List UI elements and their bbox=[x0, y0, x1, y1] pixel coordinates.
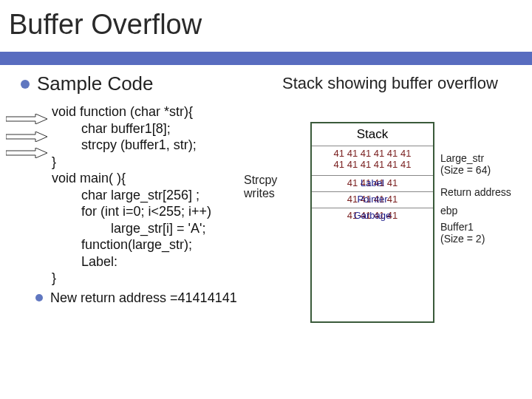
legend-large-str: Large_str (Size = 64) bbox=[440, 152, 491, 176]
right-heading: Stack showing buffer overflow bbox=[282, 74, 498, 93]
slide-content: Sample Code Stack showing buffer overflo… bbox=[0, 74, 532, 399]
stack-header: Stack bbox=[312, 123, 433, 146]
strcpy-writes-text: Strcpy writes bbox=[244, 174, 277, 200]
stack-bytes: 41 41 41 41 bbox=[347, 194, 398, 205]
left-heading-row: Sample Code bbox=[21, 72, 154, 95]
svg-marker-0 bbox=[6, 114, 47, 124]
strcpy-writes-label: Strcpy writes bbox=[244, 174, 277, 201]
stack-diagram: Stack 41 41 41 41 41 41 41 41 41 41 41 4… bbox=[310, 122, 434, 323]
svg-marker-2 bbox=[6, 148, 47, 158]
left-heading: Sample Code bbox=[37, 72, 154, 95]
legend-text: Buffer1 (Size = 2) bbox=[440, 221, 485, 245]
code-line: function(large_str); bbox=[52, 236, 296, 253]
stack-row-buffer1: 41 41 41 41 Garbage bbox=[312, 208, 433, 224]
code-line: void function (char *str){ bbox=[52, 103, 296, 120]
bullet-icon bbox=[21, 80, 30, 89]
legend-return-address: Return address bbox=[440, 186, 511, 198]
arrow-icon bbox=[6, 148, 47, 158]
stack-empty-space bbox=[312, 224, 433, 321]
code-block: void function (char *str){ char buffer1[… bbox=[52, 103, 296, 306]
stack-row-return-address: 41 41 41 41 Label bbox=[312, 175, 433, 191]
arrow-icon bbox=[6, 114, 47, 124]
legend-buffer1: Buffer1 (Size = 2) bbox=[440, 221, 485, 245]
stack-row-large-str: 41 41 41 41 41 41 41 41 41 41 41 41 bbox=[312, 146, 433, 175]
bullet-icon bbox=[35, 294, 43, 301]
note-text: New return address =41414141 bbox=[50, 290, 237, 307]
code-line: Label: bbox=[52, 253, 296, 270]
slide-title: Buffer Overflow bbox=[9, 9, 202, 41]
header-accent-bar bbox=[0, 52, 532, 65]
arrow-icon bbox=[6, 132, 47, 142]
code-line: } bbox=[52, 154, 296, 171]
stack-bytes: 41 41 41 41 41 41 41 41 41 41 41 41 bbox=[334, 148, 412, 170]
code-line: strcpy (buffer1, str); bbox=[52, 137, 296, 154]
stack-row-ebp: 41 41 41 41 Pointer bbox=[312, 191, 433, 208]
slide-header: Buffer Overflow bbox=[0, 0, 532, 65]
code-line: for (int i=0; i<255; i++) bbox=[52, 203, 296, 220]
code-line: large_str[i] = 'A'; bbox=[52, 220, 296, 237]
code-line: char buffer1[8]; bbox=[52, 120, 296, 137]
svg-marker-1 bbox=[6, 132, 47, 142]
note-row: New return address =41414141 bbox=[52, 290, 296, 307]
legend-ebp: ebp bbox=[440, 205, 457, 216]
code-line: } bbox=[52, 270, 296, 287]
stack-bytes: 41 41 41 41 bbox=[347, 177, 398, 188]
legend-text: Large_str (Size = 64) bbox=[440, 152, 491, 176]
stack-bytes: 41 41 41 41 bbox=[347, 210, 398, 221]
